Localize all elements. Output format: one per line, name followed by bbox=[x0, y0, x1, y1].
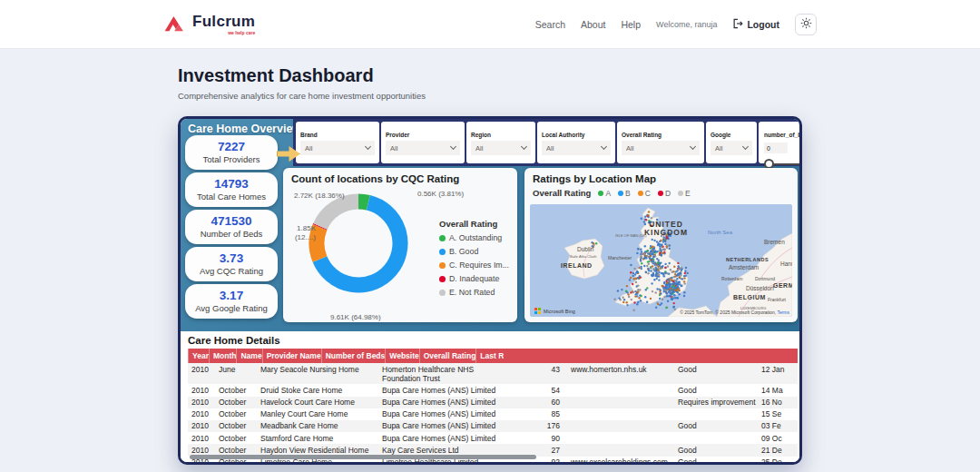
legend-item[interactable]: B. Good bbox=[439, 247, 515, 256]
filter-dropdown[interactable]: All bbox=[710, 141, 752, 155]
donut-label-good: 9.61K (64.98%) bbox=[330, 313, 381, 321]
chevron-down-icon bbox=[742, 143, 749, 150]
filter-label: Region bbox=[471, 132, 491, 138]
donut-label-not-rated: 2.72K (18.36%) bbox=[294, 192, 345, 200]
column-header[interactable]: Month bbox=[209, 349, 237, 363]
filter-slicer[interactable]: Google All bbox=[706, 122, 757, 163]
legend-dot bbox=[439, 290, 446, 296]
column-header[interactable]: Year bbox=[188, 349, 209, 363]
chevron-down-icon bbox=[690, 143, 696, 150]
brand-tagline: we help care bbox=[228, 30, 255, 35]
legend-item[interactable]: D. Inadequate bbox=[439, 274, 515, 283]
filter-label: Provider bbox=[386, 132, 409, 138]
column-header[interactable]: Website bbox=[385, 349, 418, 363]
stat-label: Total Providers bbox=[203, 154, 260, 164]
column-header[interactable]: Provider Name bbox=[262, 349, 321, 363]
bing-logo[interactable]: Microsoft Bing bbox=[534, 308, 575, 314]
page-subtitle: Comprehensive analytics for care home in… bbox=[178, 91, 426, 101]
legend-dot bbox=[439, 262, 446, 269]
filter-slicer[interactable]: Region All bbox=[466, 122, 535, 163]
logout-button[interactable]: Logout bbox=[732, 18, 779, 31]
filter-slicer[interactable]: Provider All bbox=[381, 122, 465, 163]
dashboard-panel: Care Home Overview Brand All Provider bbox=[178, 116, 802, 465]
stat-card[interactable]: 14793 Total Care Homes bbox=[185, 172, 278, 207]
stat-value: 3.17 bbox=[220, 290, 243, 303]
fulcrum-logo-icon bbox=[163, 13, 187, 36]
stat-card[interactable]: 3.17 Avg Google Rating bbox=[185, 284, 278, 319]
donut-chart[interactable] bbox=[298, 182, 419, 304]
column-header[interactable]: Name bbox=[236, 349, 261, 363]
sun-icon bbox=[800, 16, 812, 33]
donut-label-requires: 1.85K (12....) bbox=[283, 224, 316, 242]
column-header[interactable]: Overall Rating bbox=[419, 349, 476, 363]
stat-value: 471530 bbox=[211, 215, 251, 229]
stat-card[interactable]: 471530 Number of Beds bbox=[185, 210, 278, 244]
legend-item[interactable]: A. Outstanding bbox=[439, 233, 515, 242]
filter-slicer[interactable]: Brand All bbox=[296, 122, 379, 163]
stat-card[interactable]: 7227 Total Providers bbox=[185, 135, 278, 170]
map-attribution: © 2025 TomTom, © 2025 Microsoft Corporat… bbox=[680, 310, 789, 315]
theme-toggle-button[interactable] bbox=[795, 14, 817, 35]
table-row[interactable]: 2010 June Mary Seacole Nursing Home Home… bbox=[188, 363, 798, 384]
filter-slicer[interactable]: Overall Rating All bbox=[617, 122, 704, 163]
filter-dropdown[interactable]: All bbox=[542, 141, 611, 155]
brand-logo[interactable]: Fulcrum we help care bbox=[163, 13, 255, 36]
map-legend-item[interactable]: E bbox=[678, 189, 691, 198]
page-title: Investment Dashboard bbox=[178, 65, 426, 86]
beds-filter-label: number_of_beds bbox=[764, 132, 802, 138]
map-legend-item[interactable]: D bbox=[658, 189, 671, 198]
filter-label: Local Authority bbox=[542, 132, 584, 138]
table-header: YearMonthNameProvider NameNumber of Beds… bbox=[188, 349, 798, 363]
filter-dropdown[interactable]: All bbox=[622, 141, 700, 155]
column-header[interactable]: Last R bbox=[475, 349, 504, 363]
map-legend-dot bbox=[678, 191, 683, 196]
table-row[interactable]: 2010 October Meadbank Care Home Bupa Car… bbox=[188, 420, 798, 432]
details-title: Care Home Details bbox=[188, 335, 792, 346]
legend-dot bbox=[439, 276, 446, 282]
chevron-down-icon bbox=[365, 143, 371, 150]
ratings-map-card: Ratings by Location Map Overall Rating A… bbox=[524, 168, 798, 322]
filter-dropdown[interactable]: All bbox=[471, 141, 531, 155]
filter-label: Overall Rating bbox=[622, 132, 662, 138]
legend-dot bbox=[439, 249, 446, 255]
stat-card[interactable]: 3.73 Avg CQC Rating bbox=[185, 247, 278, 281]
beds-range-slicer[interactable]: number_of_beds 0 214 bbox=[759, 122, 802, 163]
map-title: Ratings by Location Map bbox=[524, 168, 798, 184]
nav-link[interactable]: Search bbox=[535, 19, 565, 30]
chevron-down-icon bbox=[521, 143, 527, 150]
stat-label: Total Care Homes bbox=[197, 192, 266, 202]
chevron-down-icon bbox=[601, 143, 607, 150]
column-header[interactable]: Number of Beds bbox=[321, 349, 386, 363]
map-legend-dot bbox=[658, 191, 663, 196]
table-row[interactable]: 2010 October Stamford Care Home Bupa Car… bbox=[188, 432, 798, 444]
navbar: Fulcrum we help care SearchAboutHelp Wel… bbox=[0, 0, 980, 49]
horizontal-scrollbar[interactable] bbox=[190, 455, 536, 459]
terms-link[interactable]: Terms bbox=[777, 310, 789, 315]
filter-strip: Brand All Provider All bbox=[293, 119, 799, 166]
filter-slicer[interactable]: Local Authority All bbox=[537, 122, 615, 163]
filter-dropdown[interactable]: All bbox=[300, 141, 375, 155]
details-section: Care Home Details YearMonthNameProvider … bbox=[181, 331, 799, 462]
map-legend-item[interactable]: C bbox=[638, 189, 651, 198]
map-legend-item[interactable]: B bbox=[618, 189, 631, 198]
map-legend-dot bbox=[618, 191, 623, 196]
table-row[interactable]: 2010 October Druid Stoke Care Home Bupa … bbox=[188, 384, 798, 396]
stat-label: Avg CQC Rating bbox=[200, 266, 263, 276]
legend-item[interactable]: E. Not Rated bbox=[439, 288, 515, 297]
nav-link[interactable]: Help bbox=[621, 19, 641, 30]
stat-value: 14793 bbox=[214, 178, 249, 192]
filter-dropdown[interactable]: All bbox=[386, 141, 460, 155]
table-row[interactable]: 2010 October Havelock Court Care Home Bu… bbox=[188, 397, 798, 408]
nav-link[interactable]: About bbox=[581, 19, 605, 30]
table-row[interactable]: 2010 October Manley Court Care Home Bupa… bbox=[188, 408, 798, 420]
nav-links: SearchAboutHelp bbox=[535, 19, 641, 30]
location-map[interactable]: UNITED KINGDOMNorth SeaISLE OF MAN (UK)D… bbox=[530, 204, 792, 317]
overview-section: Care Home Overview Brand All Provider bbox=[181, 119, 799, 331]
table-body: 2010 June Mary Seacole Nursing Home Home… bbox=[188, 363, 798, 465]
beds-min-input[interactable]: 0 bbox=[764, 143, 788, 153]
chart-legend-title: Overall Rating bbox=[439, 219, 515, 229]
legend-item[interactable]: C. Requires Im... bbox=[439, 261, 515, 270]
stat-value: 3.73 bbox=[220, 252, 243, 266]
map-legend-item[interactable]: A bbox=[598, 189, 611, 198]
brand-name: Fulcrum bbox=[192, 14, 255, 29]
